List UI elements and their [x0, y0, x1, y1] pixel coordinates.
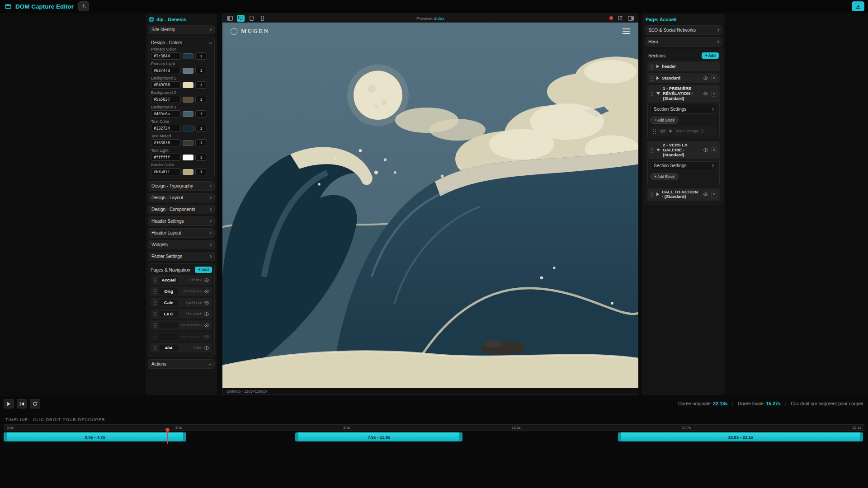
timeline-track[interactable]: 0.0s - 4.7s 7.5s - 11.8s 15.8s - 22.1s [4, 432, 864, 441]
eye-icon[interactable] [703, 91, 708, 96]
eye-icon[interactable] [204, 311, 209, 317]
section-item-vers-la-galerie[interactable]: 2 - VERS LA GALERIE - (Standard) × [647, 141, 720, 159]
opacity-input[interactable] [195, 139, 207, 146]
eye-icon[interactable] [204, 289, 209, 294]
eye-icon[interactable] [703, 192, 708, 197]
section-seo[interactable]: SEO & Social Networks [645, 25, 722, 35]
hex-input[interactable] [151, 139, 181, 146]
hex-input[interactable] [151, 125, 181, 132]
page-row-le-chef[interactable]: /le-chef [151, 309, 212, 319]
add-block-button[interactable]: + Add Block [650, 117, 679, 124]
timeline-segment-1[interactable]: 0.0s - 4.7s [4, 432, 186, 441]
hex-input[interactable] [151, 110, 181, 117]
section-footer-settings[interactable]: Footer Settings [148, 252, 215, 261]
play-button[interactable] [4, 399, 14, 408]
rewind-button[interactable] [17, 399, 27, 408]
drag-handle-icon[interactable] [650, 148, 654, 153]
opacity-input[interactable] [195, 110, 207, 117]
drag-handle-icon[interactable] [153, 311, 157, 316]
section-hero[interactable]: Hero [645, 37, 722, 47]
color-swatch[interactable] [183, 126, 193, 131]
page-name-input[interactable] [159, 333, 178, 340]
page-row-index[interactable]: /index [151, 275, 212, 285]
timeline-segment-3[interactable]: 15.8s - 22.1s [618, 432, 863, 441]
toggle-right-panel-button[interactable] [627, 15, 635, 22]
export-button[interactable] [852, 1, 864, 11]
device-desktop-button[interactable] [237, 15, 245, 22]
color-swatch[interactable] [183, 155, 193, 160]
toggle-left-panel-button[interactable] [226, 15, 234, 22]
drag-handle-icon[interactable] [653, 129, 656, 134]
page-name-input[interactable] [159, 288, 178, 295]
timeline-ruler[interactable]: 0.0s 4.4s 8.9s 13.3s 17.7s 22.1s [4, 424, 864, 431]
open-external-button[interactable] [616, 15, 624, 22]
hex-input[interactable] [151, 67, 181, 74]
section-header-layout[interactable]: Header Layout [148, 228, 215, 238]
section-design-colors[interactable]: Design - Colors [151, 39, 212, 46]
section-design-typography[interactable]: Design - Typography [148, 181, 215, 191]
add-page-button[interactable]: + Add [195, 267, 212, 273]
drag-handle-icon[interactable] [650, 76, 654, 81]
page-name-input[interactable] [159, 345, 178, 351]
drag-handle-icon[interactable] [650, 91, 654, 96]
drag-handle-icon[interactable] [650, 64, 654, 69]
color-swatch[interactable] [183, 68, 193, 74]
device-phone-button[interactable] [259, 15, 266, 22]
eye-icon[interactable] [204, 300, 209, 305]
playhead[interactable] [167, 429, 168, 444]
drag-handle-icon[interactable] [650, 192, 654, 197]
section-item-call-to-action[interactable]: CALL TO ACTION - (Standard) × [647, 188, 720, 201]
opacity-input[interactable] [195, 52, 207, 60]
drag-handle-icon[interactable] [153, 323, 157, 328]
opacity-input[interactable] [195, 81, 207, 89]
section-design-layout[interactable]: Design - Layout [148, 193, 215, 202]
device-tablet-button[interactable] [248, 15, 255, 22]
record-indicator[interactable] [609, 16, 613, 20]
section-settings-row[interactable]: Section Settings [650, 161, 717, 170]
color-swatch[interactable] [183, 82, 193, 88]
section-actions[interactable]: Actions [148, 359, 215, 369]
drag-handle-icon[interactable] [153, 300, 157, 305]
delete-section-button[interactable]: × [711, 192, 717, 197]
collapse-triangle-icon[interactable] [656, 192, 659, 196]
block-item[interactable]: #7 Text + Image: "|… [650, 127, 717, 136]
collapse-triangle-icon[interactable] [656, 65, 659, 68]
drag-handle-icon[interactable] [153, 289, 157, 294]
section-item-header[interactable]: header [647, 61, 720, 71]
eye-icon[interactable] [703, 147, 708, 153]
page-name-input[interactable] [159, 277, 178, 283]
page-row-reservation[interactable]: /reservation [151, 320, 212, 330]
hamburger-menu-icon[interactable] [623, 28, 630, 33]
eye-icon[interactable] [703, 75, 708, 81]
opacity-input[interactable] [195, 67, 207, 74]
collapse-triangle-icon[interactable] [670, 129, 672, 133]
delete-section-button[interactable]: × [711, 147, 717, 153]
eye-icon[interactable] [204, 345, 209, 351]
page-name-input[interactable] [159, 300, 178, 306]
section-site-identity[interactable]: Site Identity [148, 25, 215, 34]
expand-triangle-icon[interactable] [656, 92, 660, 95]
section-widgets[interactable]: Widgets [148, 240, 215, 249]
hex-input[interactable] [151, 154, 181, 161]
eye-icon[interactable] [204, 277, 209, 283]
hex-input[interactable] [151, 96, 181, 103]
upload-button[interactable] [78, 1, 89, 11]
opacity-input[interactable] [195, 125, 207, 132]
page-name-input[interactable] [159, 322, 178, 328]
loop-button[interactable] [30, 399, 40, 408]
color-swatch[interactable] [183, 140, 193, 146]
opacity-input[interactable] [195, 154, 207, 161]
hex-input[interactable] [151, 81, 181, 89]
page-row-404[interactable]: /404 [151, 343, 212, 352]
section-item-standard[interactable]: Standard × [647, 73, 720, 83]
eye-icon[interactable] [204, 323, 209, 328]
color-swatch[interactable] [183, 97, 193, 103]
section-item-premiere-revelation[interactable]: 1 - PREMIÈRE RÉVÉLATION - (Standard) × [647, 85, 720, 103]
hex-input[interactable] [151, 52, 181, 60]
opacity-input[interactable] [195, 168, 207, 175]
color-swatch[interactable] [183, 53, 193, 59]
opacity-input[interactable] [195, 96, 207, 103]
drag-handle-icon[interactable] [153, 277, 157, 282]
section-settings-row[interactable]: Section Settings [650, 105, 717, 114]
page-row-en-savoir-plus[interactable]: /en-savoir-plus [151, 332, 212, 341]
